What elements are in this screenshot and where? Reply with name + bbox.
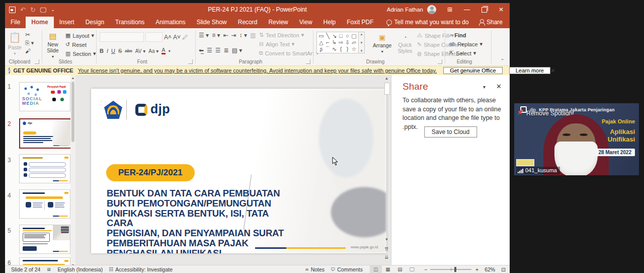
replace-button[interactable]: abReplace ▾ xyxy=(449,40,482,48)
language-indicator[interactable]: English (Indonesia) xyxy=(57,266,103,272)
slide-thumbnail-2-selected[interactable]: djp xyxy=(19,118,71,149)
paste-button[interactable]: 📋Paste▾ xyxy=(8,31,22,56)
share-pane-dropdown-icon[interactable]: ▾ xyxy=(483,84,486,90)
banner-close-icon[interactable]: ✕ xyxy=(550,67,555,74)
slide-canvas[interactable]: djp PER-24/PJ/2021 BENTUK DAN TATA CARA … xyxy=(91,89,386,253)
tab-file[interactable]: File xyxy=(5,17,26,28)
paragraph-dialog-launcher[interactable] xyxy=(306,59,310,64)
font-name-input[interactable] xyxy=(100,32,144,42)
zoom-level[interactable]: 62% xyxy=(485,266,495,272)
slide-thumbnail-3[interactable] xyxy=(19,154,70,183)
select-button[interactable]: ⇱Select ▾ xyxy=(449,49,482,57)
cut-icon[interactable]: ✂ xyxy=(25,32,34,38)
section-button[interactable]: ▥Section ▾ xyxy=(65,50,96,57)
slide-thumbnail-5[interactable] xyxy=(19,225,70,254)
slide-thumbnail-4[interactable] xyxy=(19,189,70,219)
scroll-down-icon[interactable]: ▼ xyxy=(383,237,390,242)
restore-button[interactable] xyxy=(475,3,493,16)
minimize-button[interactable]: — xyxy=(458,3,475,16)
line-spacing-icon[interactable]: ↕ ▾ xyxy=(239,32,247,38)
quick-styles-button[interactable]: ◔Quick Styles xyxy=(395,33,415,54)
shape-gallery[interactable]: ▭╲↘□○▢ △⌐↳⇨⇩▱ ʂ⌒∿{}☆ xyxy=(316,32,359,53)
align-text-button[interactable]: ⊟Align Text ▾ xyxy=(259,40,319,48)
align-center-icon[interactable]: ☰ xyxy=(207,47,212,53)
ribbon-display-options-icon[interactable]: ⊞ xyxy=(441,3,458,16)
justify-icon[interactable]: ≣ xyxy=(224,47,229,53)
decrease-indent-icon[interactable]: ⇤ xyxy=(223,32,228,38)
thumbnail-scrollbar[interactable]: ▲ ▼ xyxy=(70,75,75,268)
accessibility-status[interactable]: Accessibility: Investigate xyxy=(115,266,173,272)
tab-review[interactable]: Review xyxy=(263,17,293,28)
drawing-dialog-launcher[interactable] xyxy=(438,59,442,64)
change-case-button[interactable]: Aa ▾ xyxy=(148,48,158,54)
tab-insert[interactable]: Insert xyxy=(54,17,80,28)
zoom-slider[interactable] xyxy=(430,269,471,270)
tab-record[interactable]: Record xyxy=(232,17,263,28)
font-dialog-launcher[interactable] xyxy=(188,59,193,64)
strikethrough-button[interactable]: S xyxy=(118,48,122,54)
strike-abc-button[interactable]: abc xyxy=(125,48,132,53)
normal-view-button[interactable]: ◫ xyxy=(370,265,382,273)
increase-indent-icon[interactable]: ⇥ xyxy=(231,32,236,38)
learn-more-button[interactable]: Learn more xyxy=(509,67,550,74)
comments-toggle[interactable]: 🗩Comments xyxy=(331,266,363,272)
zoom-in-icon[interactable]: + xyxy=(475,266,478,272)
tab-foxit-pdf[interactable]: Foxit PDF xyxy=(341,17,379,28)
tell-me-box[interactable]: Tell me what you want to do xyxy=(386,19,469,28)
avatar[interactable] xyxy=(427,5,436,14)
align-left-icon[interactable]: ⬅̲ xyxy=(199,47,204,53)
zoom-out-icon[interactable]: − xyxy=(424,266,427,272)
close-button[interactable]: ✕ xyxy=(493,3,510,16)
font-size-input[interactable] xyxy=(145,32,163,42)
font-color-button[interactable]: A xyxy=(162,47,165,54)
clipboard-dialog-launcher[interactable] xyxy=(35,59,39,64)
italic-button[interactable]: I xyxy=(107,48,108,54)
tab-help[interactable]: Help xyxy=(318,17,342,28)
font-color-dropdown-icon[interactable]: ▾ xyxy=(169,49,171,53)
next-slide-icon[interactable]: ⇊ xyxy=(383,254,390,260)
columns-icon[interactable]: ▥ xyxy=(250,32,256,38)
webcam-overlay[interactable]: djp KPP Pratama Jakarta Penjaringan 📌 Re… xyxy=(514,103,639,175)
new-slide-button[interactable]: ▤New Slide▾ xyxy=(44,31,61,59)
tab-view[interactable]: View xyxy=(294,17,318,28)
save-to-cloud-button[interactable]: Save to Cloud xyxy=(424,126,477,138)
tab-design[interactable]: Design xyxy=(80,17,110,28)
bold-button[interactable]: B xyxy=(100,48,104,54)
reading-view-button[interactable]: ▤ xyxy=(394,265,406,273)
increase-font-icon[interactable]: A˄ xyxy=(164,34,172,40)
zoom-slider-thumb[interactable] xyxy=(454,267,456,272)
tab-animations[interactable]: Animations xyxy=(150,17,191,28)
reset-button[interactable]: ↺Reset xyxy=(65,41,96,48)
account-name[interactable]: Adrian Fathan xyxy=(387,7,423,13)
slide-thumbnail-1[interactable]: SOCIALMEDIA Penyuluh Pajak xyxy=(19,82,70,111)
tab-home[interactable]: Home xyxy=(26,17,53,28)
editor-scrollbar[interactable]: ▲ ▼ ⇈ ⇊ xyxy=(383,75,390,268)
tab-slide-show[interactable]: Slide Show xyxy=(191,17,232,28)
banner-link[interactable]: Your license isn't genuine, and you may … xyxy=(78,67,437,74)
find-button[interactable]: ⌕Find xyxy=(449,31,482,39)
convert-smartart-button[interactable]: ⧉Convert to SmartArt ▾ xyxy=(259,49,319,57)
slide-counter[interactable]: Slide 2 of 24 xyxy=(11,266,40,272)
clear-formatting-icon[interactable]: 🖉 xyxy=(182,34,188,40)
share-button[interactable]: Share xyxy=(472,19,510,28)
scroll-up-icon[interactable]: ▲ xyxy=(383,76,390,81)
numbering-icon[interactable]: ≡ ▾ xyxy=(212,32,220,38)
underline-button[interactable]: U xyxy=(111,48,115,54)
add-columns-icon[interactable]: ▤ ▾ xyxy=(232,47,243,53)
slide-show-button[interactable]: 🖵 xyxy=(406,265,418,273)
notes-indicator-icon[interactable]: 🗉 xyxy=(46,266,51,272)
scrollbar-thumb[interactable] xyxy=(384,83,390,95)
notes-toggle[interactable]: ≐Notes xyxy=(305,266,325,272)
copy-icon[interactable]: ⎘ ▾ xyxy=(25,40,34,46)
thumb-scroll-up-icon[interactable]: ▲ xyxy=(70,75,75,81)
share-pane-close-icon[interactable]: ✕ xyxy=(496,83,502,90)
layout-button[interactable]: ▦Layout ▾ xyxy=(65,32,96,39)
collapse-ribbon-icon[interactable]: ⌃ xyxy=(501,58,505,63)
shape-gallery-scroll[interactable]: ▴▾▾ xyxy=(359,32,365,53)
text-direction-button[interactable]: ⇅Text Direction ▾ xyxy=(259,31,319,39)
tab-transitions[interactable]: Transitions xyxy=(110,17,150,28)
decrease-font-icon[interactable]: A˅ xyxy=(173,34,181,40)
character-spacing-button[interactable]: AV ▾ xyxy=(135,48,145,54)
previous-slide-icon[interactable]: ⇈ xyxy=(383,246,390,252)
arrange-button[interactable]: ▣Arrange▾ xyxy=(373,33,391,54)
